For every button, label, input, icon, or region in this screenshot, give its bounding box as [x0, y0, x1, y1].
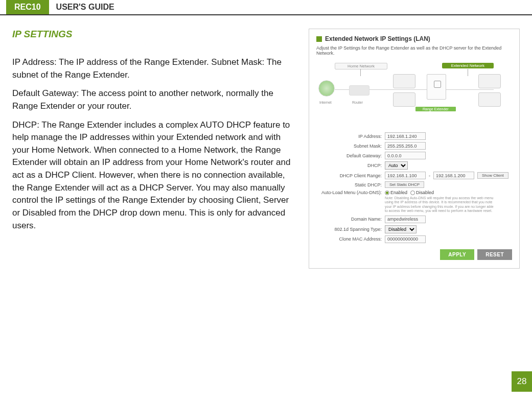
input-dhcp-range-from[interactable]	[385, 172, 426, 179]
label-dhcp: DHCP:	[316, 163, 382, 168]
connector-line	[335, 89, 427, 90]
apply-button[interactable]: APPLY	[440, 249, 474, 260]
row-domain: Domain Name:	[316, 216, 512, 223]
label-clone-mac: Clone MAC Address:	[316, 236, 382, 242]
select-spanning[interactable]: Disabled	[385, 225, 417, 233]
input-domain[interactable]	[385, 216, 426, 223]
laptop-icon	[393, 74, 415, 88]
radio-enabled[interactable]: Enabled	[385, 190, 407, 195]
section-heading: IP SETTINGS	[12, 29, 298, 40]
panel-subtitle: Adjust the IP Settings for the Range Ext…	[316, 45, 512, 56]
home-network-label: Home Network	[335, 63, 387, 69]
range-extender-chip: Range Extender	[415, 107, 456, 111]
show-client-button[interactable]: Show Client	[477, 172, 508, 179]
router-caption: Router	[352, 101, 363, 104]
product-tab: REC10	[6, 0, 49, 14]
label-spanning: 802.1d Spanning Type:	[316, 227, 382, 232]
auto-dns-note: Note: Disabling Auto-DNS will require th…	[385, 196, 497, 213]
router-icon	[349, 85, 369, 96]
radio-dot-icon	[410, 191, 415, 195]
range-separator: -	[429, 173, 430, 178]
reset-button[interactable]: RESET	[477, 249, 512, 260]
label-auto-dns: Auto-Load Menu (Auto-DNS):	[316, 190, 382, 195]
label-static-dhcp: Static DHCP:	[316, 182, 382, 187]
row-auto-dns: Auto-Load Menu (Auto-DNS): Enabled Disab…	[316, 190, 512, 195]
page-header: REC10 USER'S GUIDE	[0, 0, 532, 15]
label-gateway: Default Gateway:	[316, 153, 382, 158]
input-clone-mac[interactable]	[385, 235, 426, 243]
laptop-icon	[478, 74, 501, 88]
text-column: IP SETTINGS IP Address: The IP address o…	[12, 29, 298, 269]
internet-icon	[318, 80, 335, 97]
radio-dot-icon	[385, 191, 389, 195]
page-content: IP SETTINGS IP Address: The IP address o…	[0, 15, 532, 269]
input-gateway[interactable]	[385, 152, 426, 159]
select-dhcp[interactable]: Auto	[385, 161, 408, 170]
set-static-dhcp-button[interactable]: Set Static DHCP	[385, 181, 424, 188]
laptop-icon	[478, 92, 501, 107]
radio-enabled-label: Enabled	[390, 190, 407, 195]
laptop-icon	[393, 92, 415, 107]
label-dhcp-range: DHCP Client Range:	[316, 173, 382, 178]
input-dhcp-range-to[interactable]	[433, 172, 474, 179]
label-domain: Domain Name:	[316, 217, 382, 222]
network-diagram: Home Network Extended Network Internet R…	[316, 63, 512, 124]
row-clone-mac: Clone MAC Address:	[316, 235, 512, 243]
row-static-dhcp: Static DHCP: Set Static DHCP	[316, 181, 512, 188]
paragraph-gateway: Default Gateway: The access point to ano…	[12, 87, 298, 112]
connector-line	[360, 69, 361, 76]
row-subnet: Subnet Mask:	[316, 142, 512, 150]
settings-screenshot: Extended Network IP Settings (LAN) Adjus…	[309, 29, 520, 269]
guide-title: USER'S GUIDE	[49, 0, 122, 14]
row-gateway: Default Gateway:	[316, 152, 512, 159]
panel-title: Extended Network IP Settings (LAN)	[316, 35, 512, 42]
paragraph-ip-subnet: IP Address: The IP address of the Range …	[12, 56, 298, 81]
radio-disabled-label: Disabled	[416, 190, 434, 195]
label-ip-address: IP Address:	[316, 134, 382, 139]
settings-form: IP Address: Subnet Mask: Default Gateway…	[316, 132, 512, 260]
paragraph-dhcp: DHCP: The Range Extender includes a comp…	[12, 119, 298, 232]
form-actions: APPLY RESET	[316, 249, 512, 260]
square-icon	[316, 36, 322, 42]
row-spanning: 802.1d Spanning Type: Disabled	[316, 225, 512, 233]
connector-line	[468, 69, 468, 76]
row-dhcp: DHCP: Auto	[316, 161, 512, 170]
range-extender-icon	[427, 74, 446, 100]
radio-disabled[interactable]: Disabled	[410, 190, 434, 195]
input-subnet[interactable]	[385, 142, 426, 150]
input-ip-address[interactable]	[385, 132, 426, 140]
page-number: 28	[512, 371, 532, 392]
panel-title-text: Extended Network IP Settings (LAN)	[325, 35, 430, 42]
row-ip-address: IP Address:	[316, 132, 512, 140]
row-dhcp-range: DHCP Client Range: - Show Client	[316, 172, 512, 179]
internet-caption: Internet	[319, 101, 332, 104]
extended-network-label: Extended Network	[442, 63, 494, 68]
label-subnet: Subnet Mask:	[316, 144, 382, 149]
